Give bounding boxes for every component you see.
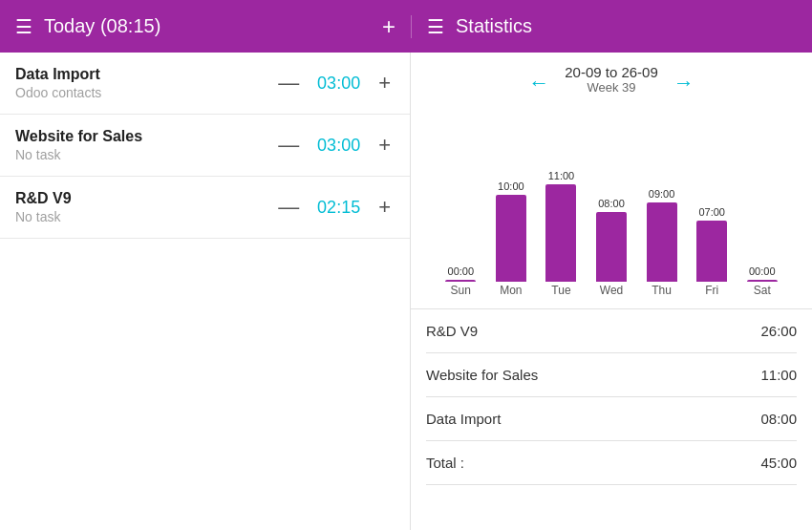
bar-top-label: 10:00 bbox=[498, 180, 524, 192]
left-header-section: ☰ Today (08:15) + bbox=[0, 13, 411, 40]
entry-controls: — 03:00 + bbox=[274, 71, 395, 95]
stats-label: Total : bbox=[426, 455, 464, 471]
entry-task: No task bbox=[15, 147, 274, 162]
bar-column: 11:00Tue bbox=[536, 106, 587, 297]
bar-day-label: Fri bbox=[705, 284, 718, 297]
bar-top-label: 00:00 bbox=[448, 265, 475, 277]
main-content: Data Import Odoo contacts — 03:00 + Webs… bbox=[0, 53, 812, 530]
bar-fill bbox=[545, 184, 576, 282]
entry-task: Odoo contacts bbox=[15, 85, 274, 100]
bar-top-label: 09:00 bbox=[649, 188, 675, 200]
time-entry: R&D V9 No task — 02:15 + bbox=[0, 177, 410, 239]
increase-time-button[interactable]: + bbox=[374, 71, 395, 95]
bar-column: 07:00Fri bbox=[687, 106, 737, 297]
add-entry-button[interactable]: + bbox=[382, 13, 395, 40]
bar-chart: 00:00Sun10:00Mon11:00Tue08:00Wed09:00Thu… bbox=[426, 106, 797, 297]
stats-value: 45:00 bbox=[760, 455, 797, 471]
chart-prev-button[interactable]: ← bbox=[528, 71, 549, 95]
stats-row: Website for Sales 11:00 bbox=[426, 353, 797, 397]
bar-fill bbox=[696, 221, 727, 282]
bar-day-label: Wed bbox=[600, 284, 623, 297]
left-hamburger-icon[interactable]: ☰ bbox=[15, 15, 32, 38]
chart-section: ← 20-09 to 26-09 Week 39 → 00:00Sun10:00… bbox=[411, 53, 812, 297]
entry-time-value: 03:00 bbox=[312, 74, 365, 94]
bar-fill bbox=[596, 212, 627, 282]
bar-fill bbox=[496, 195, 526, 282]
bar-fill bbox=[445, 280, 476, 282]
bar-top-label: 08:00 bbox=[598, 198, 625, 209]
bar-top-label: 00:00 bbox=[749, 265, 776, 277]
entry-time-value: 03:00 bbox=[312, 136, 365, 156]
entry-info: R&D V9 No task bbox=[15, 190, 274, 224]
right-hamburger-icon[interactable]: ☰ bbox=[427, 15, 444, 38]
right-panel: ← 20-09 to 26-09 Week 39 → 00:00Sun10:00… bbox=[411, 53, 812, 530]
bar-column: 08:00Wed bbox=[587, 106, 637, 297]
bar-column: 10:00Mon bbox=[486, 106, 537, 297]
stats-value: 26:00 bbox=[760, 323, 797, 339]
entry-project: R&D V9 bbox=[15, 190, 274, 207]
entry-controls: — 02:15 + bbox=[274, 195, 395, 220]
entry-project: Website for Sales bbox=[15, 128, 274, 145]
stats-label: Data Import bbox=[426, 411, 501, 427]
bar-column: 09:00Thu bbox=[636, 106, 687, 297]
bar-column: 00:00Sat bbox=[737, 106, 787, 297]
bar-column: 00:00Sun bbox=[436, 106, 486, 297]
bar-day-label: Sun bbox=[451, 284, 471, 297]
bar-day-label: Tue bbox=[551, 284, 570, 297]
increase-time-button[interactable]: + bbox=[374, 133, 395, 158]
stats-row: R&D V9 26:00 bbox=[426, 309, 797, 353]
chart-next-button[interactable]: → bbox=[673, 71, 694, 95]
entry-time-value: 02:15 bbox=[312, 198, 365, 218]
entry-info: Data Import Odoo contacts bbox=[15, 66, 274, 100]
stats-value: 11:00 bbox=[760, 367, 797, 383]
stats-value: 08:00 bbox=[760, 411, 797, 427]
bar-day-label: Mon bbox=[500, 284, 522, 297]
stats-label: R&D V9 bbox=[426, 323, 478, 339]
bar-fill bbox=[747, 280, 778, 282]
bar-day-label: Sat bbox=[754, 284, 771, 297]
stats-row: Data Import 08:00 bbox=[426, 397, 797, 441]
decrease-time-button[interactable]: — bbox=[274, 71, 303, 95]
chart-date-range: 20-09 to 26-09 bbox=[565, 64, 658, 80]
statistics-header-title: Statistics bbox=[456, 15, 532, 37]
today-header-title: Today (08:15) bbox=[44, 15, 160, 37]
decrease-time-button[interactable]: — bbox=[274, 195, 303, 220]
stats-row: Total : 45:00 bbox=[426, 441, 797, 485]
right-header-section: ☰ Statistics bbox=[411, 15, 812, 38]
stats-label: Website for Sales bbox=[426, 367, 538, 383]
entry-info: Website for Sales No task bbox=[15, 128, 274, 162]
bar-top-label: 11:00 bbox=[548, 170, 575, 181]
chart-nav: ← 20-09 to 26-09 Week 39 → bbox=[426, 64, 797, 102]
time-entry: Data Import Odoo contacts — 03:00 + bbox=[0, 53, 410, 115]
entry-project: Data Import bbox=[15, 66, 274, 83]
bar-top-label: 07:00 bbox=[698, 206, 725, 218]
decrease-time-button[interactable]: — bbox=[274, 133, 303, 158]
chart-week-label: Week 39 bbox=[565, 80, 658, 95]
entry-controls: — 03:00 + bbox=[274, 133, 395, 158]
stats-table: R&D V9 26:00 Website for Sales 11:00 Dat… bbox=[411, 309, 812, 485]
left-panel: Data Import Odoo contacts — 03:00 + Webs… bbox=[0, 53, 411, 530]
bar-fill bbox=[647, 202, 677, 282]
increase-time-button[interactable]: + bbox=[374, 195, 395, 220]
time-entry: Website for Sales No task — 03:00 + bbox=[0, 115, 410, 177]
top-header: ☰ Today (08:15) + ☰ Statistics bbox=[0, 0, 812, 53]
bar-day-label: Thu bbox=[652, 284, 672, 297]
entry-task: No task bbox=[15, 209, 274, 224]
